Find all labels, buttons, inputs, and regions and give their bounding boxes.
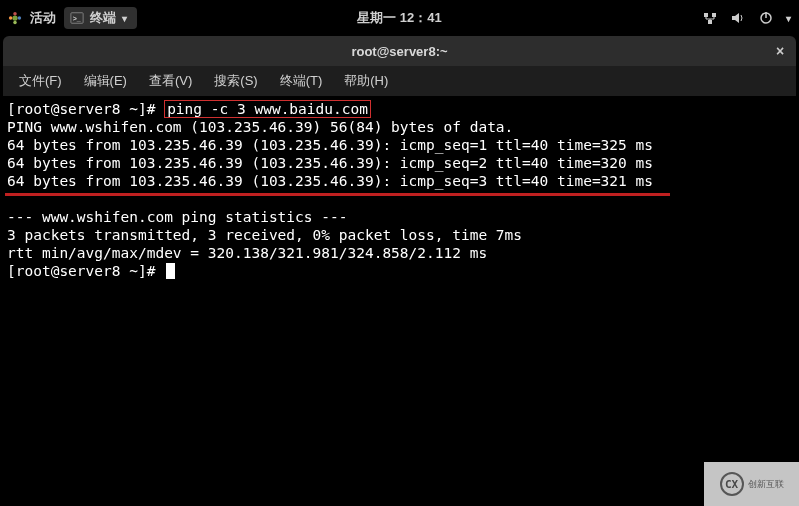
terminal-app-icon: >_ [70,11,84,25]
svg-point-4 [9,16,13,20]
menu-search[interactable]: 搜索(S) [204,68,267,94]
menu-terminal[interactable]: 终端(T) [270,68,333,94]
svg-point-2 [18,16,22,20]
prompt-1: [root@server8 ~]# [7,101,164,117]
cursor [166,263,175,279]
svg-point-1 [13,12,17,16]
red-underline-annotation [5,193,670,196]
top-bar-left: 活动 >_ 终端 ▾ [8,7,137,29]
close-button[interactable]: × [772,43,788,59]
system-menu-chevron-icon[interactable]: ▾ [786,13,791,24]
ping-header: PING www.wshifen.com (103.235.46.39) 56(… [7,119,513,135]
ping-reply-3: 64 bytes from 103.235.46.39 (103.235.46.… [7,173,653,189]
activities-label[interactable]: 活动 [30,9,56,27]
menu-help[interactable]: 帮助(H) [334,68,398,94]
chevron-down-icon: ▾ [122,13,127,24]
ping-stats-header: --- www.wshifen.com ping statistics --- [7,209,347,225]
menu-bar: 文件(F) 编辑(E) 查看(V) 搜索(S) 终端(T) 帮助(H) [3,66,796,96]
svg-rect-9 [708,20,712,24]
watermark-text: 创新互联 [748,479,784,490]
network-icon[interactable] [702,10,718,26]
menu-file[interactable]: 文件(F) [9,68,72,94]
ping-reply-2: 64 bytes from 103.235.46.39 (103.235.46.… [7,155,653,171]
ping-reply-1: 64 bytes from 103.235.46.39 (103.235.46.… [7,137,653,153]
gnome-top-bar: 活动 >_ 终端 ▾ 星期一 12：41 ▾ [0,0,799,36]
menu-edit[interactable]: 编辑(E) [74,68,137,94]
watermark-logo: CX [720,472,744,496]
svg-text:>_: >_ [73,15,81,22]
prompt-2: [root@server8 ~]# [7,263,164,279]
svg-point-0 [12,15,17,20]
menu-view[interactable]: 查看(V) [139,68,202,94]
ping-stats-2: rtt min/avg/max/mdev = 320.138/321.981/3… [7,245,487,261]
power-icon[interactable] [758,10,774,26]
ping-stats-1: 3 packets transmitted, 3 received, 0% pa… [7,227,522,243]
top-bar-right: ▾ [702,10,791,26]
activities-icon[interactable] [8,11,22,25]
svg-rect-8 [712,13,716,17]
clock[interactable]: 星期一 12：41 [357,9,442,27]
watermark: CX 创新互联 [704,462,799,506]
volume-icon[interactable] [730,10,746,26]
app-menu[interactable]: >_ 终端 ▾ [64,7,137,29]
terminal-output[interactable]: [root@server8 ~]# ping -c 3 www.baidu.co… [3,96,796,506]
svg-rect-7 [704,13,708,17]
app-menu-label: 终端 [90,9,116,27]
window-title: root@server8:~ [351,44,447,59]
window-title-bar: root@server8:~ × [3,36,796,66]
svg-point-3 [13,21,17,25]
ping-command: ping -c 3 www.baidu.com [164,100,371,118]
